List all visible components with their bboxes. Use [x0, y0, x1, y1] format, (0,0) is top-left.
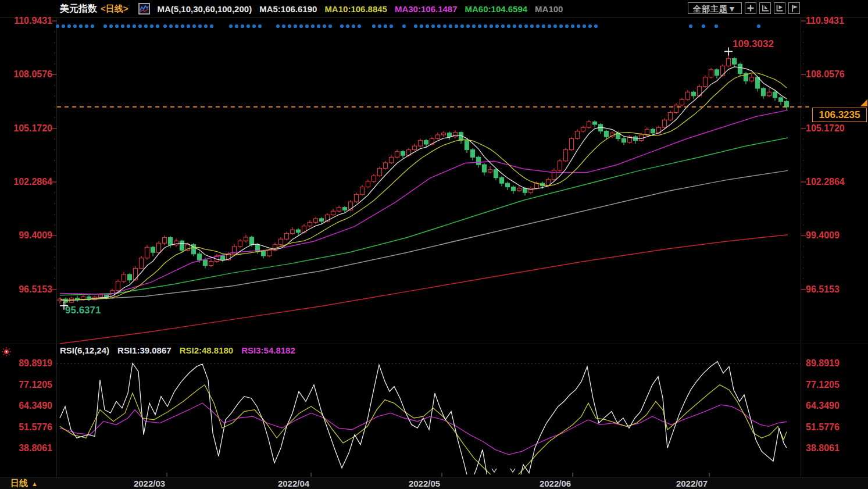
candle	[174, 238, 178, 247]
candle	[692, 91, 696, 99]
candle	[366, 180, 370, 188]
rsi-axis-label-left: 89.8919	[0, 358, 52, 369]
header-ma-4: MA100	[535, 4, 563, 14]
candle	[750, 73, 754, 82]
candle	[285, 231, 289, 240]
price-axis-label-right: 96.5153	[806, 284, 840, 295]
candle	[738, 63, 742, 77]
candle	[564, 148, 568, 162]
theme-select-button[interactable]: 全部主题▼	[688, 2, 742, 14]
kline-chart-icon[interactable]	[138, 3, 150, 15]
low-price-annotation: 95.6371	[65, 305, 101, 316]
candle	[384, 161, 388, 170]
candle	[337, 206, 341, 213]
ma-line-ma200	[60, 235, 788, 344]
candle	[401, 150, 405, 158]
candle	[87, 295, 91, 301]
high-price-annotation: 109.3032	[733, 38, 774, 50]
price-axis-label-left: 105.1720	[0, 123, 52, 134]
candle	[733, 57, 737, 67]
price-axis-label-right: 105.1720	[806, 123, 845, 134]
candle	[413, 144, 417, 151]
axis-flag-right-icon[interactable]	[774, 2, 785, 14]
candle	[628, 135, 632, 144]
candle	[116, 280, 120, 292]
flag-icon[interactable]	[788, 2, 800, 14]
rsi-axis-label-right: 64.3490	[806, 401, 840, 411]
candle	[76, 295, 80, 302]
candle	[233, 244, 237, 255]
candle	[465, 139, 469, 153]
ma-line-ma60	[60, 138, 788, 295]
rsi-clip-marker	[492, 469, 496, 472]
rsi-axis-label-left: 77.1205	[0, 380, 52, 390]
candle	[273, 243, 277, 252]
ma-lines	[60, 67, 788, 344]
rsi-axis-label-right: 77.1205	[806, 380, 840, 390]
price-axis-label-left: 108.0576	[0, 69, 52, 80]
rsi-axis-label-right: 51.5776	[806, 422, 840, 433]
candle	[360, 185, 365, 195]
candle	[680, 98, 684, 106]
ma-line-ma30	[60, 110, 788, 294]
rsi-item-1: RSI2:48.8180	[180, 345, 234, 355]
candle	[192, 243, 196, 256]
period-label: 日线	[10, 478, 28, 488]
candle	[762, 87, 766, 99]
candle	[512, 185, 516, 194]
ma-group-label: MA(5,10,30,60,100,200)	[158, 4, 252, 14]
candle	[279, 237, 283, 246]
rsi-header: RSI(6,12,24) RSI1:39.0867 RSI2:48.8180 R…	[60, 344, 295, 356]
rsi-clip-marker	[510, 469, 515, 472]
move-cross-icon[interactable]	[745, 2, 756, 14]
candle	[581, 126, 585, 133]
candle	[140, 256, 144, 269]
candle	[419, 138, 423, 147]
candle	[314, 217, 318, 224]
price-axis-label-right: 110.9431	[806, 16, 844, 26]
period-arrow-icon: ▲	[31, 480, 38, 487]
candle	[128, 273, 132, 283]
candle	[471, 148, 475, 160]
alert-sun-icon[interactable]	[1, 347, 12, 359]
candle	[698, 85, 702, 97]
candle	[744, 72, 748, 84]
candle	[459, 131, 463, 144]
candle	[442, 131, 446, 137]
header-controls: 全部主题▼	[688, 2, 800, 14]
candle	[506, 182, 510, 190]
rsi-item-0: RSI1:39.0867	[117, 345, 172, 355]
period-selector[interactable]: 日线▲	[10, 478, 38, 489]
price-axis-label-left: 110.9431	[0, 16, 52, 26]
candle	[570, 137, 574, 151]
chart-canvas[interactable]	[0, 0, 868, 489]
frame-lines	[0, 17, 868, 489]
candle	[494, 169, 498, 180]
candle	[599, 123, 603, 134]
candle	[669, 110, 673, 121]
extreme-markers	[60, 47, 733, 309]
candle	[529, 187, 533, 194]
header: 美元指数 <日线> MA(5,10,30,60,100,200) MA5:106…	[60, 0, 563, 17]
candle	[483, 163, 487, 176]
candle	[686, 90, 690, 101]
candle	[331, 209, 335, 216]
header-ma-1: MA10:106.8845	[324, 4, 387, 14]
date-label: 2022/06	[529, 479, 581, 488]
price-axis-label-left: 96.5153	[0, 284, 52, 295]
ma-line-ma100	[60, 170, 788, 301]
candle	[297, 229, 301, 235]
candle	[773, 91, 777, 101]
price-axis-ticks	[52, 21, 806, 290]
candle	[395, 150, 399, 159]
axis-flag-up-icon[interactable]	[759, 2, 771, 14]
candlestick-series	[58, 52, 789, 306]
rsi-axis-label-right: 89.8919	[806, 358, 840, 369]
candle	[785, 100, 789, 110]
candle	[576, 129, 580, 140]
candle	[355, 192, 359, 203]
candle	[767, 88, 771, 97]
candle	[709, 68, 713, 78]
rsi-line-rsi1	[60, 362, 787, 489]
candle	[163, 235, 167, 245]
